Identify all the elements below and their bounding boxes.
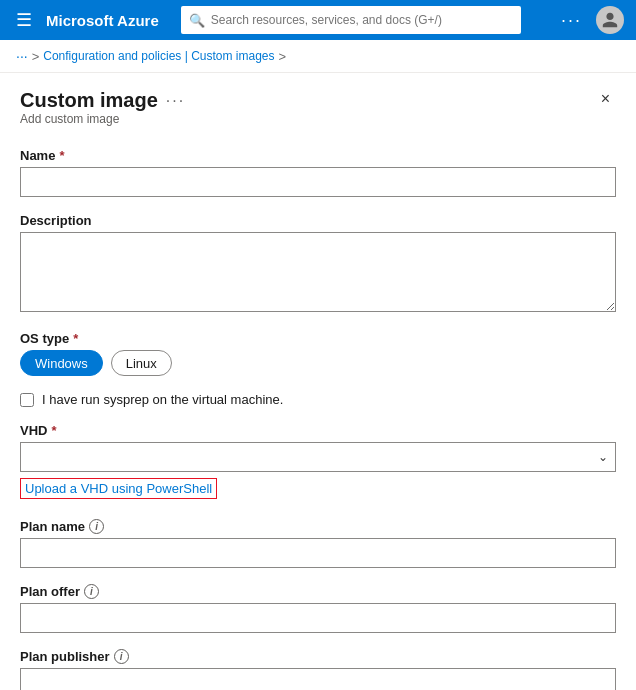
name-field-group: Name * bbox=[20, 148, 616, 197]
breadcrumb-dots[interactable]: ··· bbox=[16, 48, 28, 64]
breadcrumb-link[interactable]: Configuration and policies | Custom imag… bbox=[43, 49, 274, 63]
plan-offer-input[interactable] bbox=[20, 603, 616, 633]
os-linux-button[interactable]: Linux bbox=[111, 350, 172, 376]
vhd-required-star: * bbox=[51, 423, 56, 438]
sysprep-checkbox[interactable] bbox=[20, 393, 34, 407]
name-label: Name * bbox=[20, 148, 616, 163]
plan-publisher-input[interactable] bbox=[20, 668, 616, 690]
breadcrumb-sep-2: > bbox=[279, 49, 287, 64]
plan-name-input[interactable] bbox=[20, 538, 616, 568]
navbar-more-icon[interactable]: ··· bbox=[561, 10, 582, 31]
page-options-icon[interactable]: ··· bbox=[166, 92, 185, 110]
vhd-field-group: VHD * ⌄ Upload a VHD using PowerShell bbox=[20, 423, 616, 503]
description-field-group: Description bbox=[20, 213, 616, 315]
sysprep-label[interactable]: I have run sysprep on the virtual machin… bbox=[42, 392, 283, 407]
os-type-required-star: * bbox=[73, 331, 78, 346]
search-input[interactable] bbox=[181, 6, 521, 34]
close-button[interactable]: × bbox=[595, 89, 616, 109]
navbar: ☰ Microsoft Azure 🔍 ··· bbox=[0, 0, 636, 40]
plan-name-label: Plan name i bbox=[20, 519, 616, 534]
name-input[interactable] bbox=[20, 167, 616, 197]
page-title-group: Custom image ··· Add custom image bbox=[20, 89, 185, 146]
main-content: Custom image ··· Add custom image × Name… bbox=[0, 73, 636, 690]
plan-publisher-info-icon[interactable]: i bbox=[114, 649, 129, 664]
search-container: 🔍 bbox=[181, 6, 521, 34]
avatar[interactable] bbox=[596, 6, 624, 34]
brand-name: Microsoft Azure bbox=[46, 12, 159, 29]
vhd-select-wrapper: ⌄ bbox=[20, 442, 616, 472]
breadcrumb: ··· > Configuration and policies | Custo… bbox=[0, 40, 636, 73]
os-toggle: Windows Linux bbox=[20, 350, 616, 376]
description-input[interactable] bbox=[20, 232, 616, 312]
navbar-right: ··· bbox=[561, 6, 624, 34]
description-label: Description bbox=[20, 213, 616, 228]
os-type-label: OS type * bbox=[20, 331, 616, 346]
name-required-star: * bbox=[59, 148, 64, 163]
upload-vhd-link[interactable]: Upload a VHD using PowerShell bbox=[20, 478, 217, 499]
vhd-label: VHD * bbox=[20, 423, 616, 438]
os-windows-button[interactable]: Windows bbox=[20, 350, 103, 376]
plan-publisher-label: Plan publisher i bbox=[20, 649, 616, 664]
page-title: Custom image bbox=[20, 89, 158, 112]
plan-offer-field-group: Plan offer i bbox=[20, 584, 616, 633]
vhd-select[interactable] bbox=[20, 442, 616, 472]
os-type-field-group: OS type * Windows Linux bbox=[20, 331, 616, 376]
plan-offer-info-icon[interactable]: i bbox=[84, 584, 99, 599]
page-subtitle: Add custom image bbox=[20, 112, 185, 126]
plan-name-info-icon[interactable]: i bbox=[89, 519, 104, 534]
hamburger-icon[interactable]: ☰ bbox=[12, 5, 36, 35]
search-icon: 🔍 bbox=[189, 13, 205, 28]
plan-name-field-group: Plan name i bbox=[20, 519, 616, 568]
plan-offer-label: Plan offer i bbox=[20, 584, 616, 599]
sysprep-checkbox-row: I have run sysprep on the virtual machin… bbox=[20, 392, 616, 407]
page-header: Custom image ··· Add custom image × bbox=[20, 89, 616, 146]
breadcrumb-sep-1: > bbox=[32, 49, 40, 64]
plan-publisher-field-group: Plan publisher i bbox=[20, 649, 616, 690]
